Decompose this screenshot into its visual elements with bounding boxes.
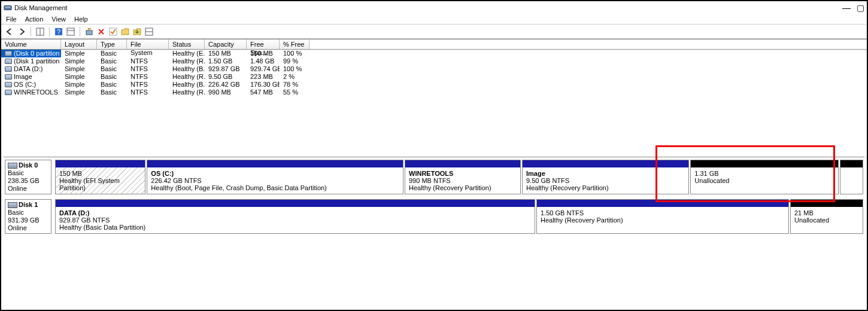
partition-size: 929.87 GB NTFS [59, 217, 531, 224]
svg-text:?: ? [57, 28, 60, 35]
menu-bar: File Action View Help [1, 14, 867, 25]
partition-status: Unallocated [694, 177, 834, 184]
col-header-type[interactable]: Type [97, 39, 127, 49]
check-icon[interactable] [108, 27, 118, 36]
volume-name: Image [14, 73, 32, 81]
partition-size: 226.42 GB NTFS [151, 177, 399, 184]
disk-map: Disk 0Basic238.35 GBOnline150 MBHealthy … [4, 157, 864, 236]
partition-name: OS (C:) [151, 170, 399, 177]
partition-header [523, 160, 688, 167]
partition-size: 990 MB NTFS [409, 177, 517, 184]
disk-name: Disk 0 [19, 161, 38, 169]
partition[interactable]: DATA (D:)929.87 GB NTFSHealthy (Basic Da… [55, 199, 535, 234]
refresh-icon[interactable] [84, 27, 94, 36]
minimize-button[interactable]: — [842, 4, 851, 12]
partition-size: 1.31 GB [694, 170, 834, 177]
partition-size: 21 MB [794, 209, 859, 217]
drive-icon [5, 59, 12, 64]
partition[interactable]: 21 MBUnallocated [790, 199, 863, 234]
partition-header [56, 160, 145, 167]
partition-header [56, 200, 535, 207]
partition-header [840, 160, 863, 167]
partition[interactable]: 1.31 GBUnallocated [690, 160, 838, 194]
back-icon[interactable] [5, 27, 14, 36]
drive-icon [5, 90, 12, 95]
folder-icon[interactable] [120, 27, 130, 36]
disk-label[interactable]: Disk 0Basic238.35 GBOnline [5, 160, 51, 194]
volume-name: DATA (D:) [14, 65, 43, 73]
volume-name: WINRETOOLS [14, 89, 58, 96]
toolbar: ? [1, 25, 867, 39]
panes-icon[interactable] [35, 27, 45, 36]
svg-rect-1 [5, 7, 11, 7]
properties-icon[interactable] [66, 27, 75, 36]
volume-row[interactable]: (Disk 1 partition 3)SimpleBasicNTFSHealt… [1, 57, 867, 65]
partition[interactable]: 150 MBHealthy (EFI System Partition) [55, 160, 145, 194]
disk-size: 238.35 GB [8, 177, 48, 185]
partition[interactable]: 1.50 GB NTFSHealthy (Recovery Partition) [536, 199, 789, 234]
disk-row: Disk 1Basic931.39 GBOnlineDATA (D:)929.8… [4, 197, 864, 236]
menu-action[interactable]: Action [25, 16, 44, 23]
forward-icon[interactable] [17, 27, 26, 36]
disk-row: Disk 0Basic238.35 GBOnline150 MBHealthy … [4, 157, 864, 197]
partition-status: Healthy (Basic Data Partition) [59, 224, 531, 231]
col-header-volume[interactable]: Volume [1, 39, 61, 49]
volume-name: (Disk 1 partition 3) [14, 57, 61, 65]
partition-status: Healthy (EFI System Partition) [59, 177, 141, 191]
partition-status: Unallocated [794, 217, 859, 224]
partition-status: Healthy (Recovery Partition) [409, 184, 517, 191]
partition-status: Healthy (Boot, Page File, Crash Dump, Ba… [151, 184, 399, 191]
col-header-fs[interactable]: File System [127, 39, 169, 49]
partition-header [791, 200, 863, 207]
partition[interactable] [840, 160, 863, 194]
menu-help[interactable]: Help [74, 16, 88, 23]
partition-header [691, 160, 837, 167]
volume-name: (Disk 0 partition 1) [14, 50, 61, 57]
disk-state: Online [8, 224, 48, 232]
drive-icon [5, 66, 12, 72]
disk-size: 931.39 GB [8, 217, 48, 224]
disk-type: Basic [8, 209, 48, 217]
volume-row[interactable]: WINRETOOLSSimpleBasicNTFSHealthy (R...99… [1, 89, 867, 96]
menu-file[interactable]: File [6, 16, 17, 23]
layout-icon[interactable] [144, 27, 154, 36]
volume-row[interactable]: ImageSimpleBasicNTFSHealthy (R...9.50 GB… [1, 73, 867, 81]
disk-state: Online [8, 185, 48, 193]
partition-status: Healthy (Recovery Partition) [541, 217, 785, 224]
disk-icon [8, 202, 17, 208]
col-header-capacity[interactable]: Capacity [205, 39, 247, 49]
partition[interactable]: WINRETOOLS990 MB NTFSHealthy (Recovery P… [405, 160, 521, 194]
svg-rect-8 [86, 31, 92, 35]
partition-size: 150 MB [59, 170, 141, 177]
menu-view[interactable]: View [51, 16, 66, 23]
partition-size: 1.50 GB NTFS [541, 209, 785, 217]
drive-icon [5, 51, 12, 56]
col-header-free[interactable]: Free Spa... [247, 39, 280, 49]
disk-label[interactable]: Disk 1Basic931.39 GBOnline [5, 199, 51, 234]
disk-type: Basic [8, 169, 48, 177]
drive-icon [5, 82, 12, 87]
partition[interactable]: OS (C:)226.42 GB NTFSHealthy (Boot, Page… [147, 160, 403, 194]
delete-icon[interactable] [96, 27, 106, 36]
import-icon[interactable] [132, 27, 142, 36]
volume-row[interactable]: (Disk 0 partition 1)SimpleBasicHealthy (… [1, 50, 867, 57]
maximize-button[interactable]: ▢ [857, 4, 864, 12]
help-icon[interactable]: ? [54, 27, 63, 36]
partition[interactable]: Image9.50 GB NTFSHealthy (Recovery Parti… [522, 160, 689, 194]
disk-icon [8, 163, 17, 169]
disk-name: Disk 1 [19, 201, 38, 208]
volume-row[interactable]: OS (C:)SimpleBasicNTFSHealthy (B...226.4… [1, 81, 867, 89]
col-header-layout[interactable]: Layout [61, 39, 97, 49]
partition-status: Healthy (Recovery Partition) [526, 184, 685, 191]
app-icon [4, 4, 12, 12]
partition-header [537, 200, 788, 207]
col-header-pfree[interactable]: % Free [280, 39, 309, 49]
volume-list-header[interactable]: Volume Layout Type File System Status Ca… [1, 39, 867, 50]
volume-row[interactable]: DATA (D:)SimpleBasicNTFSHealthy (B...929… [1, 65, 867, 73]
partition-name: DATA (D:) [59, 209, 531, 217]
col-header-status[interactable]: Status [169, 39, 205, 49]
partition-name: Image [526, 170, 685, 177]
partition-size: 9.50 GB NTFS [526, 177, 685, 184]
drive-icon [5, 74, 12, 80]
svg-rect-6 [67, 28, 74, 35]
